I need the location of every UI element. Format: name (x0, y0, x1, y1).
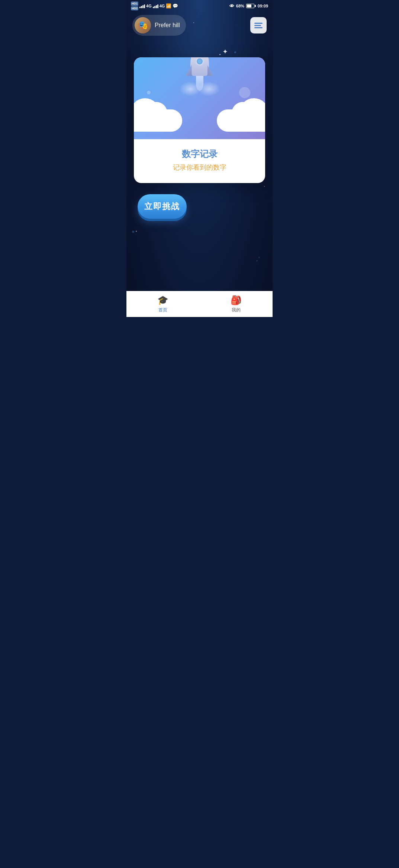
cloud-left (134, 109, 182, 132)
profile-info[interactable]: 🎭 Prefer hill (132, 15, 186, 36)
mine-icon: 🎒 (231, 295, 242, 305)
network-2: 4G (160, 4, 165, 8)
rocket-body-wrapper (187, 57, 213, 91)
challenge-button[interactable]: 立即挑战 (138, 194, 187, 219)
bottom-nav: 🎓 首页 🎒 我的 (126, 291, 273, 317)
menu-button[interactable] (250, 17, 267, 33)
nav-mine[interactable]: 🎒 我的 (200, 292, 273, 316)
nav-home[interactable]: 🎓 首页 (126, 292, 200, 316)
status-right: 👁 68% 09:09 (229, 3, 268, 9)
menu-icon (254, 23, 263, 28)
deco-dot-1 (147, 91, 151, 95)
home-icon: 🎓 (157, 295, 168, 305)
mine-label: 我的 (232, 307, 241, 313)
hd1-badge: HD1 (131, 1, 138, 6)
main-card: 数字记录 记录你看到的数字 (134, 57, 265, 183)
battery-percent: 68% (236, 4, 244, 8)
rocket-main-body (190, 57, 209, 76)
battery-icon (246, 4, 256, 8)
eye-icon: 👁 (229, 3, 234, 9)
deco-circle-1 (239, 87, 250, 98)
card-subtitle: 记录你看到的数字 (141, 163, 258, 172)
home-label: 首页 (158, 307, 167, 313)
status-bar: HD1 HD2 4G 4G 📶 💬 👁 68% (126, 0, 273, 12)
signal-bars-2 (153, 4, 158, 8)
avatar: 🎭 (135, 17, 151, 33)
cloud-right (217, 109, 265, 132)
username: Prefer hill (155, 22, 180, 29)
rocket-window (196, 57, 204, 65)
signal-bars-1 (139, 4, 145, 8)
card-image (134, 57, 265, 139)
hd2-badge: HD2 (131, 6, 138, 10)
profile-bar: 🎭 Prefer hill (126, 12, 273, 39)
card: 数字记录 记录你看到的数字 (134, 57, 265, 183)
rocket (187, 57, 213, 91)
rocket-smoke-right (198, 81, 220, 96)
time: 09:09 (258, 4, 268, 8)
rocket-fin-right (207, 65, 213, 76)
card-text: 数字记录 记录你看到的数字 (134, 139, 265, 183)
wifi-icon: 📶 (166, 3, 171, 9)
card-title: 数字记录 (141, 148, 258, 160)
status-left: HD1 HD2 4G 4G 📶 💬 (131, 1, 178, 10)
rocket-fin-left (186, 65, 192, 76)
network-1: 4G (146, 4, 152, 8)
app-icon: 💬 (173, 3, 178, 9)
